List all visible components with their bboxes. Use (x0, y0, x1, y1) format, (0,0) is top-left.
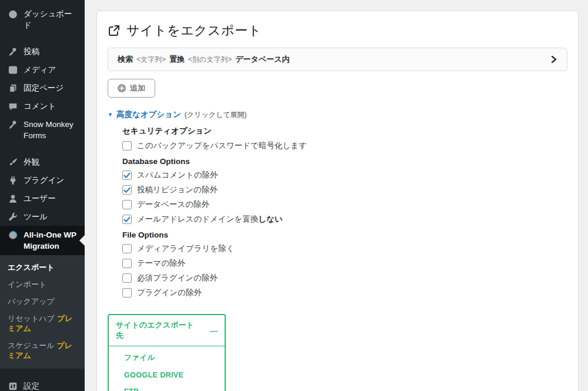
sidebar-item-pin[interactable]: 投稿 (0, 42, 85, 61)
checkbox[interactable] (122, 171, 132, 180)
option-label: プラグインの除外 (137, 288, 202, 298)
search-term-part: <別の文字列> (188, 55, 232, 65)
migration-icon (8, 230, 18, 240)
sidebar-item-brush[interactable]: 外観 (0, 153, 85, 171)
submenu-item[interactable]: バックアップ (0, 293, 85, 310)
sidebar-item-pin[interactable]: Snow Monkey Forms (0, 115, 85, 145)
checkbox[interactable] (122, 141, 132, 151)
submenu-item-label: インポート (8, 280, 46, 289)
triangle-down-icon: ▼ (108, 112, 113, 118)
settings-icon (8, 381, 18, 391)
option-row[interactable]: テーマの除外 (122, 258, 567, 269)
sidebar-item-label: ユーザー (24, 193, 56, 204)
checkbox[interactable] (122, 185, 132, 195)
submenu-item-label: バックアップ (8, 297, 55, 306)
sidebar-item-label: ダッシュボード (24, 8, 80, 31)
page-title: サイトをエクスポート (108, 22, 567, 39)
export-icon (108, 24, 121, 37)
sidebar-item-label: 固定ページ (24, 82, 64, 93)
sidebar-item-plugin[interactable]: プラグイン (0, 171, 85, 189)
admin-sidebar: ダッシュボード 投稿 メディア 固定ページ コメント Snow Monkey F… (0, 0, 85, 391)
pages-icon (8, 83, 18, 93)
sidebar-item-migration[interactable]: All-in-One WP Migration (0, 226, 85, 255)
checkbox[interactable] (122, 244, 132, 253)
export-destination-title: サイトのエクスポート先 (116, 320, 201, 341)
chevron-right-icon (550, 55, 557, 64)
option-row[interactable]: メールアドレスのドメインを置換しない (122, 214, 567, 225)
export-page-card: サイトをエクスポート 検索<文字列>置換<別の文字列>データベース内 (96, 11, 579, 391)
option-label: メディアライブラリを除く (137, 243, 234, 254)
aiowm-submenu: エクスポート インポート バックアップ リセットハブプレミアム スケジュールプレ… (0, 255, 85, 369)
section-heading: セキュリティオプション (122, 126, 567, 136)
content-area: サイトをエクスポート 検索<文字列>置換<別の文字列>データベース内 (85, 0, 588, 391)
export-destination-item[interactable]: ファイル (109, 349, 225, 367)
submenu-item-label: リセットハブ (8, 314, 55, 323)
sidebar-item-dashboard[interactable]: ダッシュボード (0, 5, 85, 34)
sidebar-item-settings[interactable]: 設定 (0, 377, 85, 391)
option-row[interactable]: 投稿リビジョンの除外 (122, 185, 567, 195)
pin-icon (8, 46, 18, 57)
wrench-icon (8, 212, 18, 222)
sidebar-item-label: プラグイン (24, 175, 64, 186)
collapse-minus-icon: — (210, 326, 218, 335)
section-heading: File Options (122, 230, 567, 239)
submenu-item[interactable]: リセットハブプレミアム (0, 310, 85, 337)
section-heading: Database Options (122, 157, 567, 166)
search-replace-bar[interactable]: 検索<文字列>置換<別の文字列>データベース内 (108, 48, 567, 71)
checkbox[interactable] (122, 215, 132, 224)
dashboard-icon (8, 9, 18, 19)
option-label: データベースの除外 (137, 199, 209, 210)
sidebar-item-comment[interactable]: コメント (0, 97, 85, 115)
sidebar-item-wrench[interactable]: ツール (0, 208, 85, 226)
option-label: このバックアップをパスワードで暗号化します (137, 141, 307, 151)
submenu-item[interactable]: スケジュールプレミアム (0, 337, 85, 364)
sidebar-item-label: 設定 (24, 380, 39, 391)
sidebar-item-label: 投稿 (24, 46, 39, 57)
sidebar-main-menu: ダッシュボード 投稿 メディア 固定ページ コメント Snow Monkey F… (0, 5, 85, 255)
option-row[interactable]: プラグインの除外 (122, 288, 567, 298)
option-row[interactable]: このバックアップをパスワードで暗号化します (122, 141, 567, 151)
sidebar-footer-menu: 設定 メニューを閉じる (0, 377, 85, 391)
brush-icon (8, 157, 18, 168)
sidebar-item-media[interactable]: メディア (0, 61, 85, 79)
export-destination-list: ファイルGOOGLE DRIVEFTPDROPBOXAMAZON S3ONEDR… (109, 346, 225, 391)
submenu-item[interactable]: インポート (0, 276, 85, 293)
advanced-options-hint: (クリックして展開) (185, 110, 247, 120)
advanced-options-toggle[interactable]: ▼ 高度なオプション (クリックして展開) (108, 109, 567, 120)
search-term-part: 置換 (169, 54, 185, 65)
export-destination-item[interactable]: GOOGLE DRIVE (109, 367, 225, 383)
plugin-icon (8, 175, 18, 186)
page-title-text: サイトをエクスポート (126, 22, 262, 39)
checkbox[interactable] (122, 259, 132, 268)
advanced-options-body: セキュリティオプション このバックアップをパスワードで暗号化します Databa… (122, 126, 567, 298)
checkbox[interactable] (122, 288, 132, 298)
option-label: テーマの除外 (137, 258, 185, 269)
add-button-label: 追加 (130, 83, 145, 93)
checkbox[interactable] (122, 273, 132, 283)
option-row[interactable]: 必須プラグインの除外 (122, 273, 567, 283)
sidebar-item-user[interactable]: ユーザー (0, 189, 85, 208)
submenu-item-label: スケジュール (8, 341, 55, 350)
advanced-options-label: 高度なオプション (116, 109, 181, 120)
add-button[interactable]: 追加 (108, 79, 155, 98)
sidebar-item-label: Snow Monkey Forms (24, 119, 80, 141)
option-row[interactable]: データベースの除外 (122, 199, 567, 210)
media-icon (8, 65, 18, 75)
sidebar-item-pages[interactable]: 固定ページ (0, 79, 85, 97)
submenu-item[interactable]: エクスポート (0, 259, 85, 276)
export-destination-header[interactable]: サイトのエクスポート先 — (109, 315, 225, 346)
export-destination-item[interactable]: FTP (109, 383, 225, 391)
option-row[interactable]: スパムコメントの除外 (122, 170, 567, 181)
sidebar-item-label: All-in-One WP Migration (24, 229, 80, 252)
checkbox[interactable] (122, 200, 132, 209)
submenu-item-label: エクスポート (8, 263, 55, 272)
sidebar-item-label: メディア (24, 64, 56, 75)
option-label: メールアドレスのドメインを置換しない (137, 214, 283, 225)
search-term-part: <文字列> (136, 55, 166, 65)
sidebar-item-label: ツール (24, 211, 48, 222)
pin-icon (8, 119, 18, 130)
sidebar-item-label: コメント (24, 101, 56, 112)
option-row[interactable]: メディアライブラリを除く (122, 243, 567, 254)
user-icon (8, 193, 18, 204)
option-label: 投稿リビジョンの除外 (137, 185, 218, 195)
